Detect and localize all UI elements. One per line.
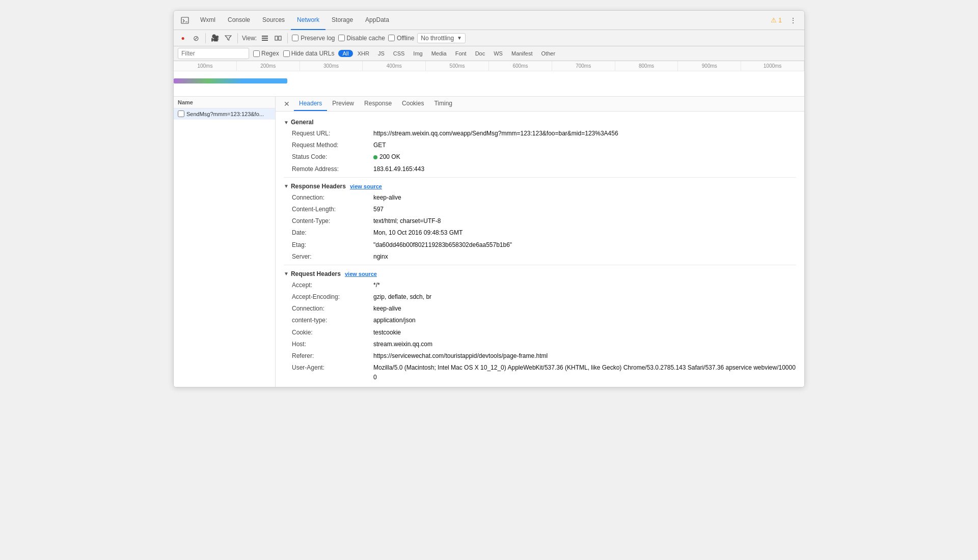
detail-close-button[interactable]: ✕ <box>280 97 294 111</box>
response-headers-view-source-link[interactable]: view source <box>350 183 382 189</box>
general-title: General <box>291 119 314 126</box>
tab-storage[interactable]: Storage <box>325 11 359 30</box>
detail-content: ▼ General Request URL: https://stream.we… <box>276 111 804 387</box>
response-headers-toggle-icon: ▼ <box>284 183 289 189</box>
tab-console[interactable]: Console <box>222 11 256 30</box>
filter-type-other[interactable]: Other <box>537 50 560 57</box>
rh-val: nginx <box>373 252 388 262</box>
filter-type-ws[interactable]: WS <box>490 50 507 57</box>
request-list-header: Name <box>174 97 275 108</box>
request-list: Name SendMsg?mmm=123:123&fo... <box>174 97 276 387</box>
request-headers-view-source-link[interactable]: view source <box>345 271 377 277</box>
view-frames-button[interactable] <box>273 33 283 43</box>
request-header-row: X-Requested-With:XMLHttpRequest <box>284 384 796 387</box>
status-dot-icon <box>373 155 377 159</box>
reqh-key: content-type: <box>292 316 373 325</box>
devtools-icon[interactable] <box>178 13 192 27</box>
request-header-row: Accept:*/* <box>284 279 796 291</box>
detail-tab-timing[interactable]: Timing <box>429 97 457 111</box>
request-header-row: Connection:keep-alive <box>284 303 796 315</box>
general-status-row: Status Code: 200 OK <box>284 151 796 163</box>
filter-type-doc[interactable]: Doc <box>471 50 490 57</box>
offline-checkbox[interactable]: Offline <box>388 35 414 42</box>
filter-type-media[interactable]: Media <box>427 50 451 57</box>
response-headers-rows: Connection:keep-aliveContent-Length:597C… <box>284 192 796 263</box>
request-headers-section-header[interactable]: ▼ Request Headers view source <box>284 267 796 279</box>
more-options-icon[interactable]: ⋮ <box>786 13 800 27</box>
reqh-key: X-Requested-With: <box>292 385 373 387</box>
response-headers-section-header[interactable]: ▼ Response Headers view source <box>284 180 796 192</box>
timeline-request-bar <box>174 78 287 83</box>
timeline-tick-800: 800ms <box>615 61 678 71</box>
main-area: Name SendMsg?mmm=123:123&fo... ✕ Headers… <box>174 97 804 387</box>
filter-bar: Regex Hide data URLs All XHR JS CSS Img … <box>174 46 804 61</box>
response-header-row: Content-Length:597 <box>284 204 796 215</box>
stop-button[interactable]: ⊘ <box>191 33 201 43</box>
preserve-log-checkbox[interactable]: Preserve log <box>292 35 335 42</box>
tab-sources[interactable]: Sources <box>256 11 291 30</box>
svg-rect-6 <box>279 36 281 40</box>
view-list-button[interactable] <box>260 33 270 43</box>
svg-rect-0 <box>181 17 188 23</box>
request-header-row: Cookie:testcookie <box>284 327 796 339</box>
reqh-val: stream.weixin.qq.com <box>373 340 432 349</box>
svg-rect-3 <box>262 38 268 39</box>
tab-bar-right: ⚠ 1 ⋮ <box>771 13 800 27</box>
reqh-key: Connection: <box>292 304 373 314</box>
regex-label: Regex <box>261 50 279 57</box>
warning-count: 1 <box>778 17 782 24</box>
detail-tab-cookies[interactable]: Cookies <box>397 97 429 111</box>
reqh-key: Cookie: <box>292 328 373 338</box>
request-item-checkbox[interactable] <box>178 110 184 117</box>
timeline-tick-500: 500ms <box>426 61 489 71</box>
divider-1 <box>284 177 796 178</box>
filter-type-img[interactable]: Img <box>409 50 426 57</box>
reqh-val: XMLHttpRequest <box>373 385 420 387</box>
detail-tab-response[interactable]: Response <box>359 97 397 111</box>
response-header-row: Server:nginx <box>284 251 796 263</box>
filter-type-font[interactable]: Font <box>451 50 471 57</box>
response-header-row: Content-Type:text/html; charset=UTF-8 <box>284 215 796 227</box>
filter-input[interactable] <box>178 48 249 59</box>
disable-cache-checkbox[interactable]: Disable cache <box>338 35 385 42</box>
filter-type-js[interactable]: JS <box>374 50 389 57</box>
tab-wxml[interactable]: Wxml <box>194 11 222 30</box>
response-headers-title: Response Headers <box>291 183 346 190</box>
throttle-select[interactable]: No throttling ▼ <box>417 33 466 43</box>
general-remote-key: Remote Address: <box>292 164 373 174</box>
detail-tab-headers[interactable]: Headers <box>294 97 327 111</box>
reqh-key: Referer: <box>292 351 373 361</box>
general-request-url-row: Request URL: https://stream.weixin.qq.co… <box>284 128 796 139</box>
request-header-row: Accept-Encoding:gzip, deflate, sdch, br <box>284 291 796 303</box>
timeline-tick-200: 200ms <box>237 61 300 71</box>
tab-network[interactable]: Network <box>291 11 325 30</box>
svg-rect-2 <box>262 36 268 37</box>
general-request-url-key: Request URL: <box>292 129 373 138</box>
preserve-log-label: Preserve log <box>301 35 335 42</box>
reqh-val: testcookie <box>373 328 401 338</box>
filter-toggle-button[interactable] <box>223 33 233 43</box>
hide-data-urls-label: Hide data URLs <box>291 50 335 57</box>
video-button[interactable]: 🎥 <box>210 33 220 43</box>
rh-val: Mon, 10 Oct 2016 09:48:53 GMT <box>373 228 463 238</box>
reqh-val: https://servicewechat.com/touristappid/d… <box>373 351 548 361</box>
toolbar-separator-3 <box>287 33 288 43</box>
record-button[interactable]: ● <box>178 33 188 43</box>
regex-checkbox[interactable]: Regex <box>253 50 279 57</box>
tab-appdata[interactable]: AppData <box>359 11 395 30</box>
timeline-ruler: 100ms 200ms 300ms 400ms 500ms 600ms 700m… <box>174 61 804 71</box>
timeline-tick-100: 100ms <box>174 61 237 71</box>
list-item[interactable]: SendMsg?mmm=123:123&fo... <box>174 108 275 120</box>
filter-type-xhr[interactable]: XHR <box>354 50 373 57</box>
general-section-header[interactable]: ▼ General <box>284 116 796 128</box>
filter-type-manifest[interactable]: Manifest <box>507 50 537 57</box>
hide-data-urls-checkbox[interactable]: Hide data URLs <box>283 50 335 57</box>
rh-val: "da60dd46b00f802119283b658302de6aa557b1b… <box>373 240 512 250</box>
detail-tab-preview[interactable]: Preview <box>327 97 359 111</box>
timeline-tick-400: 400ms <box>363 61 426 71</box>
filter-type-all[interactable]: All <box>338 50 352 57</box>
timeline-container: 100ms 200ms 300ms 400ms 500ms 600ms 700m… <box>174 61 804 97</box>
general-remote-row: Remote Address: 183.61.49.165:443 <box>284 163 796 175</box>
filter-type-css[interactable]: CSS <box>389 50 409 57</box>
reqh-key: Accept: <box>292 281 373 290</box>
